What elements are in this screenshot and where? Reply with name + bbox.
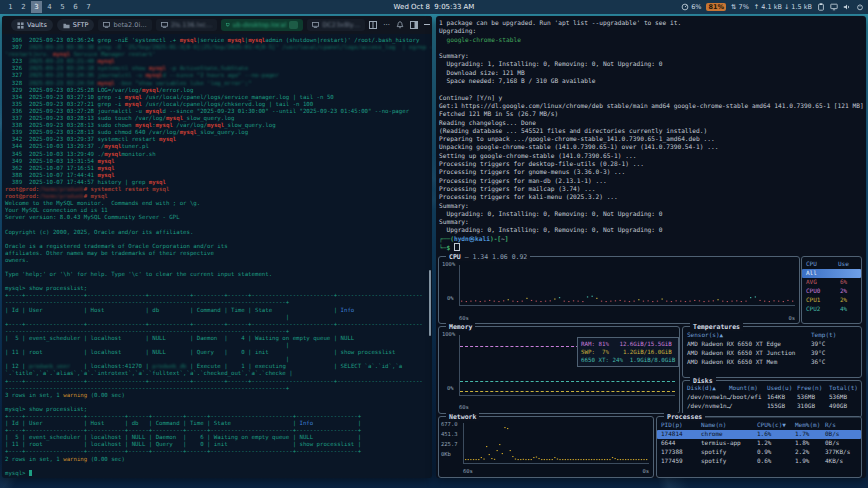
power-icon[interactable] — [856, 3, 864, 11]
disk-col-header: Free(n) — [797, 384, 822, 391]
cpu-core-row-cpu0[interactable]: CPU02% — [802, 287, 861, 296]
terminal-line: 336 2025-09-23 03:27:28 journalctl -u my… — [5, 108, 429, 115]
disk-cell: 536MB — [797, 393, 815, 400]
terminal-line: +----+-----------------+----------------… — [5, 292, 429, 299]
cpu-core-row-cpu1[interactable]: CPU12% — [802, 296, 861, 305]
top-panel: 1234567 Wed Oct 8 9:05:33 AM 6% 81% ⇅ 7%… — [0, 0, 868, 14]
terminal-tab-3[interactable]: ub-desktop.local — [221, 19, 303, 31]
network-panel: Network 677.0451.3225.70Kb 60s 0s — [438, 416, 654, 478]
tab-label: ub-desktop.local — [233, 21, 287, 29]
use-col-header: Use — [838, 260, 849, 267]
terminal-line: mysql> show processlist; — [5, 285, 429, 292]
terminal-line: | 11 | root | localhost | NULL | Query |… — [5, 349, 429, 356]
sidebar-toggle-icon[interactable] — [410, 21, 418, 29]
terminal-line: Copyright (c) 2000, 2025, Oracle and/or … — [5, 229, 429, 236]
vault-icon — [17, 22, 24, 29]
disk-cell: 155GB — [767, 402, 785, 409]
terminal-line: ----------------------------------------… — [5, 385, 429, 392]
process-cell: spotify — [701, 448, 726, 455]
download-arrow-icon: ↓ — [784, 3, 789, 11]
terminal-line: Oracle is a registered trademark of Orac… — [5, 243, 429, 250]
terminal-line: 328 2025-09-23 03:24:54 mysql -bse "show… — [5, 80, 429, 87]
disk-cell: /boot/efi — [729, 393, 762, 400]
sensor-temp: 39°C — [811, 340, 825, 347]
terminal-tab-2[interactable]: 2ls.136.lxc… — [156, 19, 217, 31]
vaults-button[interactable]: Vaults — [11, 19, 53, 31]
display-icon[interactable] — [830, 3, 838, 11]
terminal-line: mysql> show processlist; — [5, 406, 429, 413]
more-button[interactable]: ··· — [383, 21, 390, 29]
process-cell: 0.6% — [757, 457, 771, 464]
cpu-core-row-avg[interactable]: AVG6% — [802, 278, 861, 287]
process-cell: spotify — [701, 457, 726, 464]
process-row-spotify[interactable]: 177388spotify0.9%2.2%377KB/s — [657, 448, 861, 457]
temp-col-header: Temp(t) — [811, 331, 836, 338]
sftp-button[interactable]: SFTP — [57, 19, 95, 31]
terminal-line: Space needed: 7,168 B / 310 GB available — [439, 77, 863, 85]
disk-cell: /dev/nvme1n… — [687, 402, 730, 409]
memory-usage-line — [460, 381, 675, 382]
cpu-core-row-cpu2[interactable]: CPU24% — [802, 305, 861, 314]
terminal-line — [439, 44, 863, 52]
network-graph — [464, 423, 648, 462]
bell-icon[interactable] — [396, 21, 404, 29]
cpu-col-header: CPU — [806, 260, 817, 267]
process-row-termius-app[interactable]: 6644termius-app1.2%1.8%0B/s — [657, 439, 861, 448]
folder-icon — [63, 22, 70, 29]
swap-meter[interactable]: ⇅ 7% — [731, 3, 749, 11]
terminal-line: google-chrome-stable — [439, 36, 863, 44]
terminal-line: | — [5, 342, 429, 349]
terminal-line: | Id | User | Host | db | Command | Time… — [5, 307, 429, 314]
scrollbar-thumb[interactable] — [429, 270, 431, 336]
process-cell: 1.8% — [795, 439, 809, 446]
process-col-header: CPU%(c)▼ — [757, 421, 786, 428]
process-row-spotify[interactable]: 177459spotify0.6%1.9%4KB/s — [657, 457, 861, 466]
memory-meter[interactable]: 81% — [706, 3, 726, 11]
process-cell: 1.6% — [757, 430, 771, 437]
clipboard-icon[interactable] — [817, 3, 825, 11]
swap-percent: 7% — [739, 3, 749, 11]
vaults-label: Vaults — [27, 21, 47, 29]
split-view-icon[interactable] — [369, 21, 377, 29]
volume-icon[interactable] — [843, 3, 851, 11]
terminal-line: Continue? [Y/n] y — [439, 94, 863, 102]
network-meter[interactable]: ↑ 4.1 kB ↓ 1.5 kB — [754, 3, 812, 11]
memory-panel: Memory 100% 0% 60s RAM: 81% 12.6GiB/15.5… — [438, 326, 680, 414]
terminal-line: └─$ — [439, 243, 863, 252]
disk-cell: 164KB — [767, 393, 785, 400]
terminal-line — [5, 278, 429, 285]
temperatures-title: Temperatures — [690, 323, 743, 331]
terminal-line: 329 2025-09-23 03:25:28 LOG=/var/log/mys… — [5, 87, 429, 94]
terminal-line: 345 2025-10-03 13:29:49 ./mysqlmonitor.s… — [5, 151, 429, 158]
disk-row: /dev/nvme1n…/155GB310GB490GB — [683, 402, 861, 411]
memory-legend: RAM: 81% 12.6GiB/15.5GiBSWP: 7% 1.2GiB/1… — [577, 337, 679, 367]
cpu-meter[interactable]: 6% — [681, 3, 701, 11]
terminal-line: | 5 | event_scheduler | localhost | NULL… — [5, 434, 429, 441]
terminal-line: Preparing to unpack .../google-chrome-st… — [439, 135, 863, 143]
process-cell: 177459 — [661, 457, 683, 464]
tab-label: beta2.0i… — [113, 21, 146, 29]
system-tray: 6% 81% ⇅ 7% ↑ 4.1 kB ↓ 1.5 kB — [681, 0, 864, 14]
process-cell: 1.9% — [795, 457, 809, 464]
memory-title: Memory — [446, 323, 475, 331]
disk-cell: / — [729, 402, 733, 409]
disk-col-header: Mount(m) — [729, 384, 758, 391]
sensor-name: AMD Radeon RX 6650 XT Edge — [687, 340, 781, 347]
core-label: CPU2 — [806, 305, 820, 312]
terminal-tab-4[interactable]: DC23x8ly… — [307, 19, 365, 31]
terminal-line: +----+-----------------+-----------+----… — [5, 427, 429, 434]
cpu-core-row-all[interactable]: All — [802, 269, 861, 278]
terminal-tab-1[interactable]: beta2.0i… — [98, 19, 151, 31]
disk-col-header: Total(t) — [829, 384, 858, 391]
terminal-line: Download size: 121 MB — [439, 69, 863, 77]
right-terminal[interactable]: 1 package can be upgraded. Run 'apt list… — [436, 16, 866, 255]
process-cell: chrome — [701, 430, 723, 437]
date-label: Wed Oct 8 — [394, 3, 430, 11]
terminal-line: +----+-----------------+----------------… — [5, 321, 429, 328]
left-terminal[interactable]: 306 2025-09-23 03:36:24 grep -niE 'syste… — [2, 34, 432, 478]
terminal-line: Fetched 121 MB in 5s (26.7 MB/s) — [439, 110, 863, 118]
process-row-chrome[interactable]: 174814chrome1.6%1.7%0B/s — [657, 430, 861, 439]
terminal-line: Upgrading: — [439, 27, 863, 35]
minimize-button[interactable] — [424, 24, 430, 25]
core-label: All — [806, 269, 817, 276]
